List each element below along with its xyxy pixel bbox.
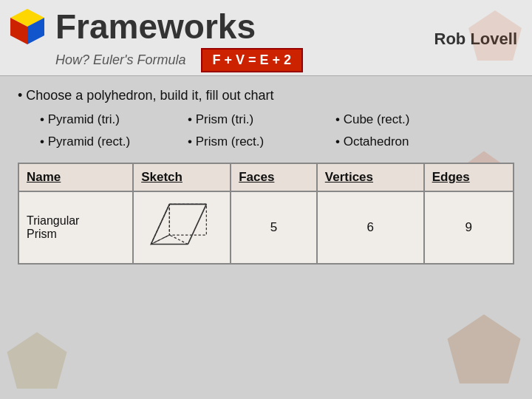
main-bullet-text: Choose a polyhedron, build it, fill out … — [26, 88, 273, 103]
table-row: Triangular Prism — [18, 191, 514, 264]
slide-subtitle: How? Euler's Formula — [55, 52, 186, 68]
col-name: Name — [18, 163, 133, 191]
name-line1: Triangular — [27, 214, 79, 227]
formula-box: F + V = E + 2 — [201, 48, 304, 72]
formula-text: F + V = E + 2 — [213, 52, 292, 67]
sub-bullet-2: • Prism (tri.) — [188, 112, 335, 127]
sub-bullet-5: • Prism (rect.) — [188, 134, 335, 149]
cube-icon — [7, 6, 48, 47]
subtitle-row: How? Euler's Formula F + V = E + 2 — [7, 48, 303, 72]
cell-faces: 5 — [231, 191, 317, 264]
header-row: Name Sketch Faces Vertices Edges — [18, 163, 514, 191]
cell-sketch — [133, 191, 231, 264]
main-bullet: • Choose a polyhedron, build it, fill ou… — [18, 88, 514, 103]
main-bullet-dot: • — [18, 88, 26, 103]
table-container: Name Sketch Faces Vertices Edges Triangu… — [18, 163, 514, 265]
slide: Frameworks How? Euler's Formula F + V = … — [0, 0, 532, 399]
content-area: • Choose a polyhedron, build it, fill ou… — [0, 76, 532, 399]
data-table: Name Sketch Faces Vertices Edges Triangu… — [18, 163, 514, 265]
prism-sketch-svg — [141, 198, 222, 253]
col-sketch: Sketch — [133, 163, 231, 191]
svg-line-10 — [151, 204, 170, 244]
table-header: Name Sketch Faces Vertices Edges — [18, 163, 514, 191]
col-edges: Edges — [424, 163, 514, 191]
cell-vertices: 6 — [317, 191, 424, 264]
deco-pentagon-top-right — [466, 7, 525, 66]
sub-bullet-1: • Pyramid (tri.) — [40, 112, 188, 127]
svg-line-13 — [170, 235, 188, 245]
svg-line-11 — [188, 204, 207, 244]
sub-bullet-4: • Pyramid (rect.) — [40, 134, 188, 149]
svg-marker-0 — [468, 10, 522, 61]
sub-bullet-3: • Cube (rect.) — [335, 112, 483, 127]
cell-edges: 9 — [424, 191, 514, 264]
header: Frameworks How? Euler's Formula F + V = … — [0, 0, 532, 76]
svg-marker-7 — [170, 204, 207, 235]
sub-bullet-6: • Octahedron — [335, 134, 483, 149]
sub-bullets-row1: • Pyramid (tri.) • Prism (tri.) • Cube (… — [40, 112, 514, 129]
title-row: Frameworks — [7, 6, 303, 47]
col-vertices: Vertices — [317, 163, 424, 191]
sub-bullets-row2: • Pyramid (rect.) • Prism (rect.) • Octa… — [40, 134, 514, 151]
table-body: Triangular Prism — [18, 191, 514, 264]
page-title: Frameworks — [55, 10, 256, 44]
cell-name: Triangular Prism — [18, 191, 133, 264]
col-faces: Faces — [231, 163, 317, 191]
header-left: Frameworks How? Euler's Formula F + V = … — [7, 6, 303, 72]
name-line2: Prism — [27, 228, 57, 240]
